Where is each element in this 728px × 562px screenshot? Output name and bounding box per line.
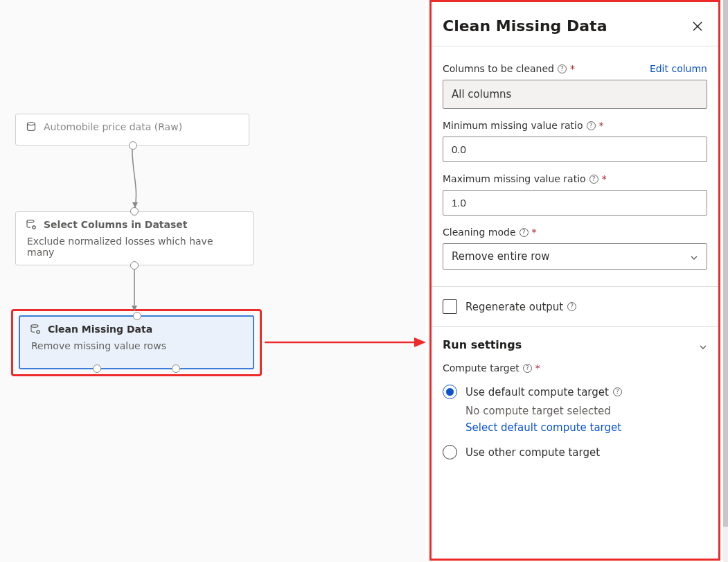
panel-header: Clean Missing Data [432,2,718,40]
node-title: Clean Missing Data [48,324,152,335]
info-icon[interactable]: ? [613,387,622,396]
field-label-text: Cleaning mode [443,227,516,238]
radio-label-text: Use default compute target [465,386,609,398]
node-automobile-data[interactable]: Automobile price data (Raw) [15,114,249,146]
checkbox-label-text: Regenerate output [465,301,563,313]
properties-panel: Clean Missing Data Columns to be cleaned… [429,0,720,561]
node-clean-missing-data[interactable]: Clean Missing Data Remove missing value … [19,315,254,369]
run-settings-header[interactable]: Run settings [443,327,707,355]
panel-title: Clean Missing Data [443,17,607,35]
node-input-port[interactable] [133,312,141,320]
required-asterisk: * [535,362,540,374]
node-output-port[interactable] [130,261,139,270]
node-title: Select Columns in Dataset [44,219,188,230]
radio-use-default-row: Use default compute target ? [443,385,707,399]
field-compute-target: Compute target ? * Use default compute t… [443,362,707,459]
field-cleaning-mode: Cleaning mode ? * Remove entire row [443,227,707,270]
svg-point-1 [27,220,34,223]
database-gear-icon [30,324,41,335]
svg-marker-8 [414,337,426,347]
regenerate-checkbox[interactable] [443,299,457,314]
page-vertical-scrollbar[interactable] [723,0,728,562]
radio-use-other[interactable] [443,445,457,459]
field-label-text: Maximum missing value ratio [443,173,586,184]
chevron-down-icon [690,252,698,261]
info-icon[interactable]: ? [523,364,532,373]
columns-value-box[interactable]: All columns [443,80,707,109]
field-max-ratio: Maximum missing value ratio ? * [443,173,707,216]
max-ratio-input[interactable] [443,190,707,216]
node-subtitle: Exclude normalized losses which have man… [27,236,243,258]
svg-marker-6 [132,306,137,311]
edit-column-link[interactable]: Edit column [650,63,707,74]
info-icon[interactable]: ? [587,121,596,130]
field-label-text: Columns to be cleaned [443,63,554,74]
node-output-port[interactable] [172,365,180,373]
cleaning-mode-select[interactable]: Remove entire row [443,243,707,270]
pipeline-canvas[interactable]: Automobile price data (Raw) Select Colum… [0,0,426,562]
radio-label-text: Use other compute target [465,446,600,459]
node-title: Automobile price data (Raw) [44,121,182,132]
info-icon[interactable]: ? [589,175,598,184]
svg-point-0 [28,123,35,125]
node-subtitle: Remove missing value rows [31,340,243,351]
no-compute-target-text: No compute target selected [465,405,707,417]
field-min-ratio: Minimum missing value ratio ? * [443,120,707,162]
radio-use-other-row: Use other compute target [443,445,707,459]
info-icon[interactable]: ? [558,64,567,73]
node-input-port[interactable] [130,207,139,216]
node-output-port[interactable] [93,365,101,373]
required-asterisk: * [599,120,604,131]
info-icon[interactable]: ? [567,302,576,311]
regenerate-output-row: Regenerate output ? [443,287,707,326]
required-asterisk: * [570,63,575,74]
connector-lines [0,0,426,562]
node-output-port[interactable] [129,141,137,150]
select-default-compute-link[interactable]: Select default compute target [465,421,707,434]
required-asterisk: * [532,227,537,238]
radio-use-default[interactable] [443,385,457,399]
chevron-down-icon [699,341,707,349]
field-label-text: Minimum missing value ratio [443,120,583,131]
node-select-columns[interactable]: Select Columns in Dataset Exclude normal… [15,211,254,265]
close-icon[interactable] [692,21,703,32]
field-label-text: Compute target [443,362,520,374]
field-columns-to-clean: Columns to be cleaned ? * Edit column Al… [443,63,707,109]
required-asterisk: * [602,173,607,184]
section-heading: Run settings [443,338,522,351]
database-gear-icon [26,219,37,230]
scrollbar-thumb[interactable] [723,0,728,527]
min-ratio-input[interactable] [443,137,707,162]
info-icon[interactable]: ? [520,228,529,237]
svg-point-3 [31,325,38,328]
cleaning-mode-value: Remove entire row [452,250,550,263]
database-icon [26,121,37,132]
